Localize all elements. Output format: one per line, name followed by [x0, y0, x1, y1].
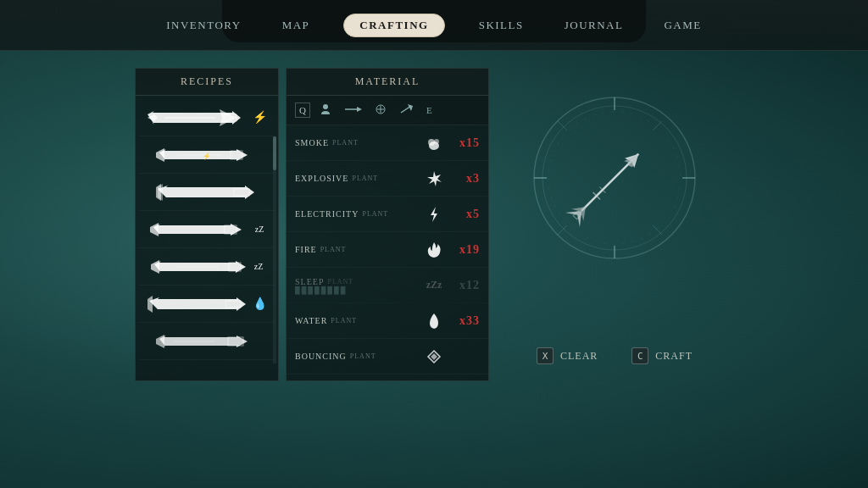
recipe-arrow-6 — [147, 294, 249, 314]
explosive-info: Explosive PLANT — [295, 174, 422, 183]
svg-marker-1 — [220, 109, 236, 126]
material-item-electricity[interactable]: Electricity PLANT x5 — [287, 197, 488, 232]
clear-button[interactable]: X Clear — [537, 347, 598, 364]
electricity-subtext: PLANT — [362, 210, 388, 218]
material-item-bouncing[interactable]: Bouncing PLANT — [287, 339, 488, 374]
filter-arrow-icon — [345, 105, 362, 114]
recipe-symbol-1: ⚡ — [253, 110, 267, 125]
svg-marker-42 — [431, 353, 437, 360]
filter-person[interactable] — [315, 101, 336, 119]
recipe-item-6[interactable]: 💧 — [139, 286, 275, 323]
bouncing-subtext: PLANT — [350, 352, 376, 360]
material-item-explosive[interactable]: Explosive PLANT x3 — [287, 161, 488, 197]
filter-bar: Q — [287, 96, 488, 125]
material-item-smoke[interactable]: Smoke PLANT x15 — [287, 125, 488, 161]
filter-e[interactable]: E — [422, 103, 437, 118]
craft-button[interactable]: C Craft — [632, 347, 693, 364]
nav-item-journal[interactable]: Journal — [558, 15, 631, 36]
recipe-item-7[interactable] — [139, 323, 275, 360]
recipes-panel: Recipes ⚡ ⚡ — [135, 68, 279, 381]
craft-key-badge: C — [632, 347, 648, 364]
recipe-water-symbol: 💧 — [253, 297, 267, 311]
smoke-name: Smoke PLANT — [295, 138, 422, 147]
sleep-icon: zZz — [422, 274, 446, 297]
material-header: Material — [287, 69, 488, 96]
recipes-scrollbar[interactable] — [273, 136, 276, 363]
bouncing-icon — [422, 345, 446, 369]
material-item-fire[interactable]: Fire PLANT x19 — [287, 232, 488, 268]
bouncing-info: Bouncing PLANT — [295, 352, 422, 361]
water-info: Water PLANT — [295, 316, 422, 325]
recipe-list: ⚡ ⚡ — [136, 96, 278, 363]
recipe-zzz-symbol: zZ — [254, 262, 264, 271]
recipe-item-3[interactable] — [139, 174, 275, 211]
svg-line-52 — [653, 225, 662, 235]
filter-arrow2[interactable] — [395, 102, 417, 119]
nav-item-inventory[interactable]: Inventory — [159, 15, 248, 36]
explosive-subtext: PLANT — [352, 175, 378, 182]
fire-icon — [422, 238, 446, 262]
main-content: Recipes ⚡ ⚡ — [0, 51, 868, 488]
recipes-header: Recipes — [136, 69, 278, 96]
electricity-name: Electricity PLANT — [295, 209, 422, 219]
compass-decoration — [530, 93, 699, 263]
action-buttons: X Clear C Craft — [537, 347, 693, 364]
svg-marker-22 — [147, 296, 153, 313]
sleep-locked-text: ████████ — [295, 286, 422, 294]
water-icon — [422, 309, 446, 333]
material-item-water[interactable]: Water PLANT x33 — [287, 303, 488, 339]
recipe-arrow-3 — [156, 182, 258, 202]
material-list: Smoke PLANT x15 Explosive — [287, 125, 488, 374]
navigation-bar: Inventory Map Crafting Skills Journal Ga… — [0, 0, 868, 51]
fire-subtext: PLANT — [320, 246, 347, 253]
smoke-subtext: PLANT — [332, 139, 359, 147]
recipe-sleep-symbol: zZ — [255, 225, 264, 234]
water-name: Water PLANT — [295, 316, 422, 325]
recipe-item-1[interactable]: ⚡ — [139, 99, 275, 136]
svg-marker-10 — [158, 186, 254, 199]
filter-q[interactable]: Q — [295, 103, 310, 118]
nav-item-skills[interactable]: Skills — [472, 15, 531, 36]
fire-count: x19 — [449, 243, 480, 257]
filter-diagonal-icon — [399, 104, 413, 114]
bouncing-name: Bouncing PLANT — [295, 352, 422, 361]
material-item-sleep[interactable]: Sleep PLANT ████████ zZz x12 — [287, 268, 488, 303]
nav-item-crafting[interactable]: Crafting — [343, 14, 444, 37]
recipe-arrow-5 — [151, 257, 253, 277]
explosive-icon — [422, 167, 446, 191]
recipe-arrow-7 — [156, 331, 258, 352]
nav-item-game[interactable]: Game — [657, 15, 708, 36]
svg-point-28 — [323, 104, 328, 109]
filter-plus[interactable] — [371, 102, 390, 119]
recipe-item-4[interactable]: zZ — [139, 211, 275, 248]
svg-text:⚡: ⚡ — [203, 152, 211, 160]
svg-marker-6 — [156, 148, 164, 162]
smoke-info: Smoke PLANT — [295, 138, 422, 147]
smoke-count: x15 — [449, 136, 480, 150]
craft-label: Craft — [655, 350, 693, 363]
svg-marker-15 — [150, 223, 159, 236]
svg-marker-21 — [149, 297, 246, 311]
recipe-item-2[interactable]: ⚡ — [139, 136, 275, 174]
sleep-subtext: PLANT — [327, 278, 353, 286]
recipe-item-5[interactable]: zZ — [139, 248, 275, 286]
svg-point-38 — [434, 139, 439, 144]
sleep-count: x12 — [449, 279, 480, 292]
clear-key-badge: X — [537, 347, 554, 364]
svg-marker-18 — [151, 260, 159, 274]
explosive-count: x3 — [449, 172, 480, 186]
clear-label: Clear — [560, 350, 598, 363]
svg-line-50 — [653, 121, 662, 130]
fire-name: Fire PLANT — [295, 245, 422, 254]
recipes-scroll-thumb[interactable] — [273, 136, 276, 170]
person-icon — [320, 103, 331, 115]
recipe-arrow-2: ⚡ — [156, 145, 258, 165]
sleep-name: Sleep PLANT — [295, 277, 422, 286]
explosive-name: Explosive PLANT — [295, 174, 422, 183]
nav-item-map[interactable]: Map — [275, 15, 317, 36]
svg-marker-39 — [427, 171, 442, 186]
svg-point-37 — [428, 139, 435, 146]
filter-arrow1[interactable] — [341, 103, 366, 118]
plus-icon — [376, 104, 386, 114]
recipe-arrow-4 — [150, 219, 252, 240]
